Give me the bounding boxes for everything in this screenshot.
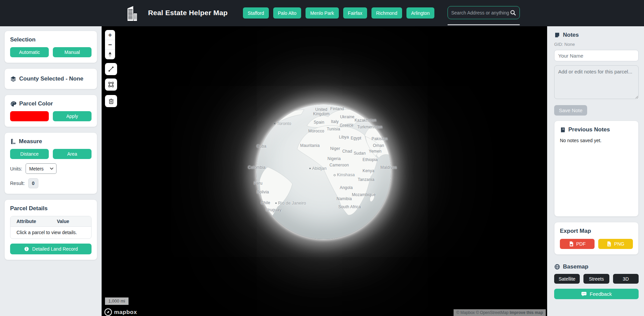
map-canvas[interactable]: FinlandUnited KingdomUkraineKazakhstanSp… — [102, 26, 547, 316]
selection-title: Selection — [10, 36, 92, 43]
app-header: Real Estate Helper Map StaffordPalo Alto… — [0, 0, 644, 26]
compass-button[interactable] — [105, 50, 115, 59]
measure-title: Measure — [10, 138, 92, 145]
mapbox-logo[interactable]: mapbox — [104, 308, 137, 316]
units-select[interactable]: Meters — [26, 163, 57, 174]
mapbox-attribution-link[interactable]: © Mapbox — [456, 310, 475, 315]
globe-icon — [554, 264, 560, 270]
city-marker-icon — [274, 123, 275, 124]
basemap-option-button[interactable]: 3D — [613, 274, 639, 284]
zoom-control-group: + − — [105, 30, 115, 59]
selection-panel: Selection Automatic Manual — [4, 31, 97, 63]
info-circle-icon — [24, 246, 29, 252]
feedback-button[interactable]: Feedback — [554, 289, 639, 299]
county-selected-label: County Selected - None — [10, 75, 92, 82]
palette-icon — [10, 101, 16, 107]
improve-map-link[interactable]: Improve this map — [510, 310, 543, 315]
mapbox-wordmark: mapbox — [114, 309, 137, 316]
pdf-file-icon — [569, 241, 574, 247]
search-box — [448, 6, 520, 19]
quick-location-buttons: StaffordPalo AltoMenlo ParkFairfaxRichmo… — [243, 7, 434, 19]
osm-attribution-link[interactable]: © OpenStreetMap — [476, 310, 508, 315]
units-label: Units: — [10, 166, 22, 171]
parcel-color-title: Parcel Color — [10, 100, 92, 107]
color-swatch[interactable] — [10, 111, 49, 121]
basemap-buttons: SatelliteStreets3D — [554, 274, 639, 284]
quick-location-button[interactable]: Palo Alto — [273, 7, 301, 19]
search-icon[interactable] — [510, 9, 516, 16]
zoom-in-button[interactable]: + — [105, 30, 115, 40]
quick-location-button[interactable]: Menlo Park — [306, 7, 339, 19]
measure-distance-button[interactable]: Distance — [10, 149, 49, 159]
basemap-option-button[interactable]: Streets — [583, 274, 609, 284]
gid-label: GID: None — [554, 42, 639, 47]
basemap-panel: Basemap SatelliteStreets3D Feedback — [554, 263, 639, 299]
basemap-title: Basemap — [554, 263, 639, 270]
line-tool-icon — [108, 66, 114, 72]
building-logo-icon — [127, 5, 137, 21]
map-scale: 1,000 mi — [105, 297, 129, 305]
no-notes-text: No notes saved yet. — [560, 138, 633, 143]
trash-tool-button[interactable] — [105, 95, 117, 107]
quick-location-button[interactable]: Fairfax — [343, 7, 367, 19]
apply-color-button[interactable]: Apply — [53, 111, 92, 121]
manual-selection-button[interactable]: Manual — [53, 47, 92, 57]
county-panel: County Selected - None — [4, 68, 97, 89]
book-icon — [560, 127, 566, 133]
zoom-out-button[interactable]: − — [105, 40, 115, 50]
attribute-column-header: Attribute — [10, 216, 51, 226]
measure-area-button[interactable]: Area — [53, 149, 92, 159]
basemap-option-button[interactable]: Satellite — [554, 274, 580, 284]
automatic-selection-button[interactable]: Automatic — [10, 47, 49, 57]
chevron-down-icon — [50, 167, 53, 170]
value-column-header: Value — [51, 216, 91, 226]
your-name-input[interactable] — [554, 50, 639, 61]
continents-graphic — [256, 104, 391, 239]
parcel-details-panel: Parcel Details Attribute Value Click a p… — [4, 199, 97, 260]
quick-location-button[interactable]: Arlington — [406, 7, 434, 19]
ruler-icon — [10, 138, 16, 145]
result-value: 0 — [28, 178, 38, 188]
save-note-button[interactable]: Save Note — [554, 105, 587, 116]
trash-icon — [108, 98, 114, 104]
search-input[interactable] — [451, 10, 510, 15]
previous-notes-panel: Previous Notes No notes saved yet. — [554, 121, 639, 217]
detailed-land-record-button[interactable]: Detailed Land Record — [10, 244, 92, 254]
parcel-details-table: Attribute Value Click a parcel to view d… — [10, 216, 92, 239]
notes-title: Notes — [554, 32, 639, 38]
export-map-panel: Export Map PDF PNG — [554, 222, 639, 255]
result-label: Result: — [10, 181, 25, 186]
quick-location-button[interactable]: Stafford — [243, 7, 269, 19]
measure-panel: Measure Distance Area Units: Meters Resu… — [4, 132, 97, 194]
details-empty-text: Click a parcel to view details. — [10, 227, 91, 239]
map-attribution: © Mapbox © OpenStreetMap Improve this ma… — [454, 309, 546, 316]
previous-notes-title: Previous Notes — [560, 126, 633, 133]
search-underline — [448, 24, 520, 25]
chat-icon — [581, 291, 587, 297]
quick-location-button[interactable]: Richmond — [371, 7, 402, 19]
parcel-details-title: Parcel Details — [10, 205, 92, 212]
map-globe — [256, 104, 391, 239]
layers-icon — [10, 76, 16, 82]
right-sidebar: Notes GID: None Save Note Previous Notes… — [547, 26, 644, 316]
export-png-button[interactable]: PNG — [598, 239, 633, 249]
note-icon — [554, 32, 560, 38]
compass-icon — [107, 51, 113, 58]
mapbox-icon — [104, 308, 112, 316]
image-file-icon — [607, 241, 611, 247]
export-map-title: Export Map — [560, 228, 633, 234]
note-textarea[interactable] — [554, 65, 639, 99]
export-pdf-button[interactable]: PDF — [560, 239, 595, 249]
parcel-color-panel: Parcel Color Apply — [4, 95, 97, 127]
left-sidebar: Selection Automatic Manual County Select… — [0, 26, 102, 316]
page-title: Real Estate Helper Map — [148, 9, 228, 17]
draw-line-tool-button[interactable] — [105, 63, 117, 75]
draw-polygon-tool-button[interactable] — [105, 78, 117, 91]
polygon-tool-icon — [108, 81, 114, 88]
